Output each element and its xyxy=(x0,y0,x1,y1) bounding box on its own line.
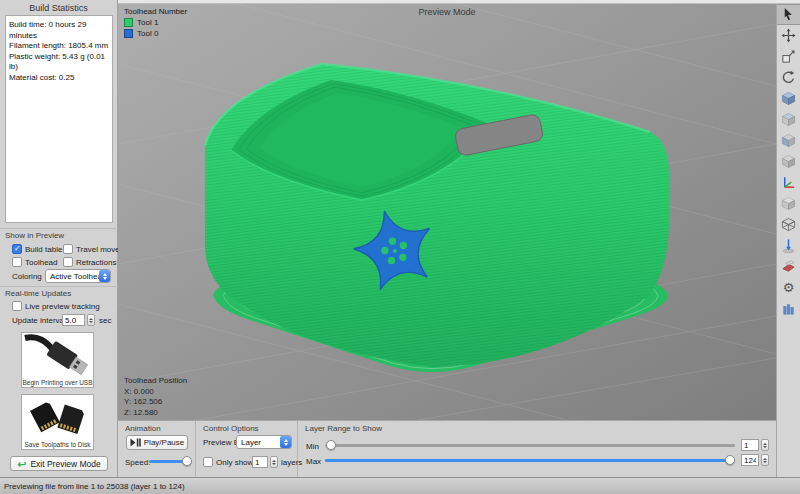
select-cursor-tool[interactable] xyxy=(777,4,800,25)
build-table-label: Build table xyxy=(25,245,62,254)
play-pause-icon xyxy=(130,438,141,447)
view-toolbar: ⚙ xyxy=(776,4,800,477)
only-show-label: Only show xyxy=(216,458,253,467)
build-table-checkbox[interactable] xyxy=(12,244,22,254)
3d-scene xyxy=(118,4,776,420)
settings-tool[interactable]: ⚙ xyxy=(777,277,800,298)
stat-build-time: Build time: 0 hours 29 minutes xyxy=(9,20,109,41)
chevron-updown-icon xyxy=(280,436,291,448)
wireframe-box-icon xyxy=(781,217,796,232)
coloring-select[interactable]: Active Toolhead xyxy=(45,269,111,283)
show-in-preview-header: Show in Preview xyxy=(5,231,64,240)
move-tool[interactable] xyxy=(777,25,800,46)
view-cube-front[interactable] xyxy=(777,130,800,151)
sd-button-label: Save Toolpaths to Disk xyxy=(22,441,93,450)
update-interval-unit: sec xyxy=(99,316,111,325)
status-bar: Previewing file from line 1 to 25038 (la… xyxy=(0,477,800,494)
save-toolpaths-button[interactable]: Save Toolpaths to Disk xyxy=(21,394,94,450)
view-cube-iso[interactable] xyxy=(777,193,800,214)
travel-moves-label: Travel moves xyxy=(76,245,124,254)
rotate-icon xyxy=(781,70,796,85)
wireframe-box-tool[interactable] xyxy=(777,214,800,235)
speed-label: Speed: xyxy=(125,458,150,467)
min-label: Min xyxy=(306,442,319,451)
realtime-updates-header: Real-time Updates xyxy=(5,289,71,298)
select-cursor-icon xyxy=(781,7,796,22)
update-interval-stepper[interactable] xyxy=(87,314,95,326)
preview-controls-bar: Animation Play/Pause Speed: Control Opti… xyxy=(118,420,776,477)
play-pause-label: Play/Pause xyxy=(144,438,184,447)
support-structures-icon xyxy=(781,301,796,316)
stat-filament-length: Filament length: 1805.4 mm xyxy=(9,41,109,52)
simplify3d-preview-window: Build Statistics Build time: 0 hours 29 … xyxy=(0,0,800,494)
stat-plastic-weight: Plastic weight: 5.43 g (0.01 lb) xyxy=(9,52,109,73)
coordinate-axes-icon xyxy=(781,175,796,190)
coordinate-axes-tool[interactable] xyxy=(777,172,800,193)
plumb-z-icon xyxy=(781,238,796,253)
tool0-label: Tool 0 xyxy=(137,29,158,38)
animation-title: Animation xyxy=(125,424,161,433)
tool1-color-swatch xyxy=(124,18,133,27)
cube-gray-front-icon xyxy=(781,133,796,148)
scale-icon xyxy=(781,49,796,64)
view-cube-default[interactable] xyxy=(777,88,800,109)
status-text: Previewing file from line 1 to 25038 (la… xyxy=(4,482,185,491)
view-cube-side[interactable] xyxy=(777,151,800,172)
tool0-color-swatch xyxy=(124,29,133,38)
preview-mode-label: Preview Mode xyxy=(118,7,776,17)
only-show-input[interactable] xyxy=(252,456,268,468)
toolhead-checkbox[interactable] xyxy=(12,257,22,267)
cross-section-icon xyxy=(781,259,796,274)
max-layer-slider[interactable] xyxy=(325,456,735,465)
cube-light-icon xyxy=(781,196,796,211)
layer-range-group: Layer Range to Show Min Max xyxy=(298,421,776,478)
preview-by-select[interactable]: Layer xyxy=(236,435,292,449)
max-slider-thumb[interactable] xyxy=(725,455,735,465)
only-show-stepper[interactable] xyxy=(270,456,278,468)
cross-section-tool[interactable] xyxy=(777,256,800,277)
cube-gray-icon xyxy=(781,154,796,169)
begin-printing-usb-button[interactable]: Begin Printing over USB xyxy=(21,332,94,388)
divider xyxy=(0,286,118,287)
stat-material-cost: Material cost: 0.25 xyxy=(9,73,109,84)
build-statistics-title: Build Statistics xyxy=(0,3,117,13)
cube-blue-icon xyxy=(781,91,796,106)
control-options-group: Control Options Preview By Layer Only sh… xyxy=(196,421,298,478)
play-pause-button[interactable]: Play/Pause xyxy=(126,435,188,450)
left-panel: Build Statistics Build time: 0 hours 29 … xyxy=(0,0,118,477)
toolhead-position-readout: Toolhead Position X: 0.000 Y: 162.506 Z:… xyxy=(124,376,187,418)
legend-row-tool1: Tool 1 xyxy=(124,18,187,27)
exit-preview-mode-button[interactable]: ↩ Exit Preview Mode xyxy=(10,456,108,471)
toolhead-label: Toolhead xyxy=(25,258,57,267)
layer-range-title: Layer Range to Show xyxy=(305,424,382,433)
min-layer-input[interactable] xyxy=(741,439,759,451)
rotate-tool[interactable] xyxy=(777,67,800,88)
only-show-checkbox[interactable] xyxy=(203,457,213,467)
speed-slider[interactable] xyxy=(149,457,189,466)
speed-slider-thumb[interactable] xyxy=(182,456,192,466)
exit-button-label: Exit Preview Mode xyxy=(30,459,100,469)
support-structures-tool[interactable] xyxy=(777,298,800,319)
max-layer-stepper[interactable] xyxy=(761,454,769,466)
update-interval-label: Update interval xyxy=(12,316,66,325)
toolhead-x: X: 0.000 xyxy=(124,387,187,398)
toolhead-y: Y: 162.506 xyxy=(124,397,187,408)
update-interval-input[interactable] xyxy=(62,314,85,326)
live-preview-tracking-checkbox[interactable] xyxy=(12,301,22,311)
usb-button-label: Begin Printing over USB xyxy=(22,379,93,388)
move-icon xyxy=(781,28,796,43)
retractions-checkbox[interactable] xyxy=(63,257,73,267)
plumb-z-tool[interactable] xyxy=(777,235,800,256)
travel-moves-checkbox[interactable] xyxy=(63,244,73,254)
coloring-value: Active Toolhead xyxy=(46,272,99,281)
3d-viewport[interactable]: Toolhead Number Tool 1 Tool 0 Preview Mo… xyxy=(118,4,776,420)
animation-group: Animation Play/Pause Speed: xyxy=(118,421,196,478)
min-layer-stepper[interactable] xyxy=(761,439,769,451)
scale-tool[interactable] xyxy=(777,46,800,67)
tool1-label: Tool 1 xyxy=(137,18,158,27)
max-layer-input[interactable] xyxy=(741,454,759,466)
min-layer-slider[interactable] xyxy=(325,441,735,450)
min-slider-thumb[interactable] xyxy=(326,440,336,450)
divider xyxy=(0,228,118,229)
view-cube-top[interactable] xyxy=(777,109,800,130)
